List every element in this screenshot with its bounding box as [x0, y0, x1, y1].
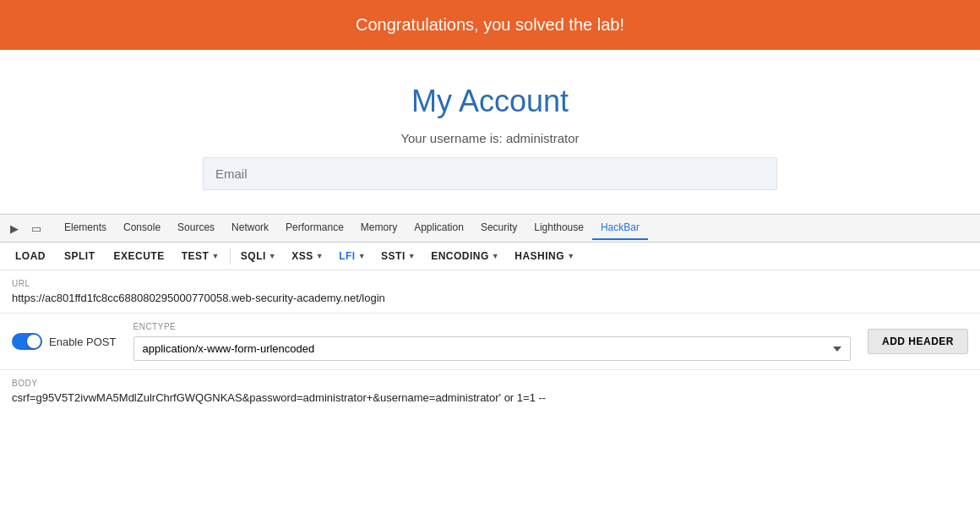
enctype-section: enctype application/x-www-form-urlencode…	[133, 322, 851, 361]
tab-sources[interactable]: Sources	[169, 216, 223, 240]
xss-arrow-icon: ▼	[316, 252, 324, 260]
devtools-tabbar: ▶ ▭ Elements Console Sources Network Per…	[0, 214, 980, 243]
username-label: Your username is: administrator	[17, 131, 963, 145]
lfi-arrow-icon: ▼	[358, 252, 366, 260]
tab-memory[interactable]: Memory	[352, 216, 406, 240]
url-label: URL	[12, 279, 968, 288]
enctype-label: enctype	[133, 322, 851, 331]
hackbar-hashing-dropdown[interactable]: HASHING ▼	[508, 246, 581, 266]
enable-post-toggle[interactable]	[12, 333, 42, 350]
enable-post-label: Enable POST	[49, 336, 117, 348]
page-content: My Account Your username is: administrat…	[0, 50, 980, 207]
hackbar-split-button[interactable]: SPLIT	[56, 246, 104, 266]
tab-elements[interactable]: Elements	[56, 216, 115, 240]
tab-console[interactable]: Console	[115, 216, 169, 240]
add-header-button[interactable]: ADD HEADER	[868, 329, 968, 354]
body-section: Body csrf=g95V5T2ivwMA5MdlZulrChrfGWQGNK…	[0, 370, 980, 412]
devtools-inspect-icon[interactable]: ▶	[5, 219, 24, 237]
page-title: My Account	[17, 84, 963, 119]
tab-hackbar[interactable]: HackBar	[592, 216, 648, 240]
hackbar-ssti-dropdown[interactable]: SSTI ▼	[374, 246, 422, 266]
tab-lighthouse[interactable]: Lighthouse	[525, 216, 592, 240]
hackbar-test-dropdown[interactable]: TEST ▼	[175, 246, 226, 266]
hackbar-sqli-dropdown[interactable]: SQLI ▼	[234, 246, 283, 266]
encoding-arrow-icon: ▼	[492, 252, 499, 260]
congratulations-banner: Congratulations, you solved the lab!	[0, 0, 980, 50]
hackbar-xss-dropdown[interactable]: XSS ▼	[285, 246, 330, 266]
url-value: https://ac801ffd1fc8cc688080295000770058…	[12, 292, 968, 304]
devtools-icons: ▶ ▭	[5, 219, 46, 237]
email-input[interactable]	[203, 157, 777, 190]
toggle-knob	[27, 335, 41, 348]
body-label: Body	[12, 379, 968, 388]
tab-network[interactable]: Network	[223, 216, 277, 240]
hackbar-lfi-dropdown[interactable]: LFI ▼	[332, 246, 373, 266]
url-section: URL https://ac801ffd1fc8cc68808029500077…	[0, 270, 980, 314]
tab-performance[interactable]: Performance	[277, 216, 352, 240]
tab-application[interactable]: Application	[406, 216, 472, 240]
hashing-arrow-icon: ▼	[567, 252, 574, 260]
body-value: csrf=g95V5T2ivwMA5MdlZulrChrfGWQGNKAS&pa…	[12, 391, 968, 404]
ssti-arrow-icon: ▼	[408, 252, 416, 260]
hackbar-encoding-dropdown[interactable]: ENCODING ▼	[424, 246, 506, 266]
hackbar-execute-button[interactable]: EXECUTE	[106, 246, 173, 266]
tab-security[interactable]: Security	[472, 216, 525, 240]
devtools-device-icon[interactable]: ▭	[27, 219, 46, 237]
enable-post-container: Enable POST	[12, 333, 117, 350]
post-section: Enable POST enctype application/x-www-fo…	[0, 314, 980, 370]
banner-text: Congratulations, you solved the lab!	[356, 15, 624, 34]
enctype-select[interactable]: application/x-www-form-urlencoded	[133, 336, 851, 361]
test-arrow-icon: ▼	[211, 252, 219, 260]
sqli-arrow-icon: ▼	[269, 252, 276, 260]
hackbar-load-button[interactable]: LOAD	[7, 246, 54, 266]
hackbar-content: URL https://ac801ffd1fc8cc68808029500077…	[0, 270, 980, 412]
hackbar-toolbar: LOAD SPLIT EXECUTE TEST ▼ SQLI ▼ XSS ▼ L…	[0, 243, 980, 270]
toolbar-divider-1	[230, 248, 231, 265]
